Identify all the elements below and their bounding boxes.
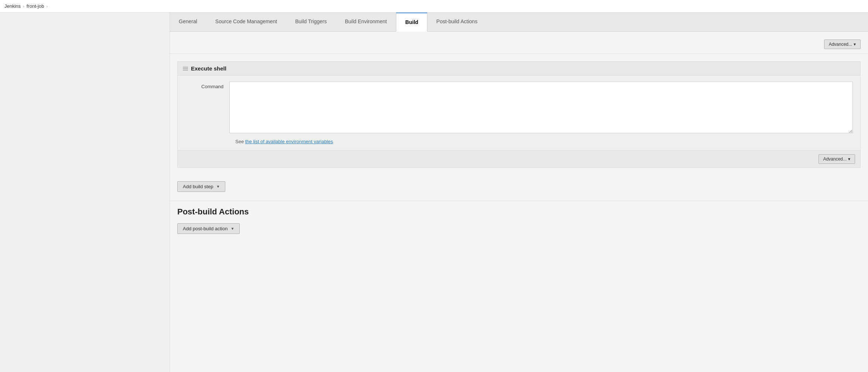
tab-build[interactable]: Build xyxy=(396,13,427,32)
execute-shell-body: Command See the list of available enviro… xyxy=(178,76,860,150)
add-post-build-action-label: Add post-build action xyxy=(183,226,228,231)
execute-shell-title: Execute shell xyxy=(191,65,226,72)
add-build-step-label: Add build step xyxy=(183,184,213,189)
tab-build-environment[interactable]: Build Environment xyxy=(336,13,396,31)
execute-shell-header: Execute shell xyxy=(178,62,860,76)
sidebar xyxy=(0,13,170,372)
post-build-actions-title: Post-build Actions xyxy=(177,207,861,217)
advanced-chevron-top-icon: ▾ xyxy=(854,42,856,47)
command-textarea[interactable] xyxy=(229,82,853,133)
breadcrumb-front-job[interactable]: front-job xyxy=(27,3,44,9)
advanced-button-top-label: Advanced... xyxy=(829,42,852,47)
tab-post-build-actions[interactable]: Post-build Actions xyxy=(427,13,486,31)
add-build-step-button[interactable]: Add build step ▼ xyxy=(177,181,225,192)
breadcrumb-sep-2: › xyxy=(46,4,48,8)
textarea-wrapper xyxy=(229,82,853,134)
env-vars-link[interactable]: the list of available environment variab… xyxy=(245,139,333,144)
breadcrumb: Jenkins › front-job › xyxy=(0,0,868,13)
command-label: Command xyxy=(185,82,229,89)
post-build-actions-section: Post-build Actions Add post-build action… xyxy=(170,201,868,240)
execute-shell-footer: Advanced... ▾ xyxy=(178,150,860,168)
drag-handle-icon[interactable] xyxy=(183,67,188,70)
add-build-step-arrow-icon: ▼ xyxy=(216,185,220,189)
tab-bar: General Source Code Management Build Tri… xyxy=(170,13,868,32)
advanced-button-bottom[interactable]: Advanced... ▾ xyxy=(819,154,855,164)
advanced-chevron-bottom-icon: ▾ xyxy=(848,156,850,162)
main-content: General Source Code Management Build Tri… xyxy=(170,13,868,372)
add-post-build-action-arrow-icon: ▼ xyxy=(230,227,234,231)
tab-general[interactable]: General xyxy=(170,13,206,31)
env-vars-text: See xyxy=(235,139,245,144)
command-row: Command xyxy=(185,82,853,134)
advanced-button-top[interactable]: Advanced... ▾ xyxy=(824,39,861,49)
page-layout: General Source Code Management Build Tri… xyxy=(0,13,868,372)
execute-shell-section: Execute shell Command See the list of av… xyxy=(177,61,861,168)
tab-build-triggers[interactable]: Build Triggers xyxy=(286,13,336,31)
add-build-step-section: Add build step ▼ xyxy=(170,175,868,198)
breadcrumb-sep-1: › xyxy=(23,4,24,8)
tab-content: Advanced... ▾ Execute shell Command xyxy=(170,32,868,240)
tab-source-code-management[interactable]: Source Code Management xyxy=(206,13,286,31)
breadcrumb-jenkins[interactable]: Jenkins xyxy=(4,3,21,9)
env-vars-note: See the list of available environment va… xyxy=(185,139,853,144)
advanced-button-bottom-label: Advanced... xyxy=(823,156,847,162)
add-post-build-action-button[interactable]: Add post-build action ▼ xyxy=(177,223,240,234)
top-section: Advanced... ▾ xyxy=(170,32,868,54)
command-field-wrapper xyxy=(229,82,853,134)
